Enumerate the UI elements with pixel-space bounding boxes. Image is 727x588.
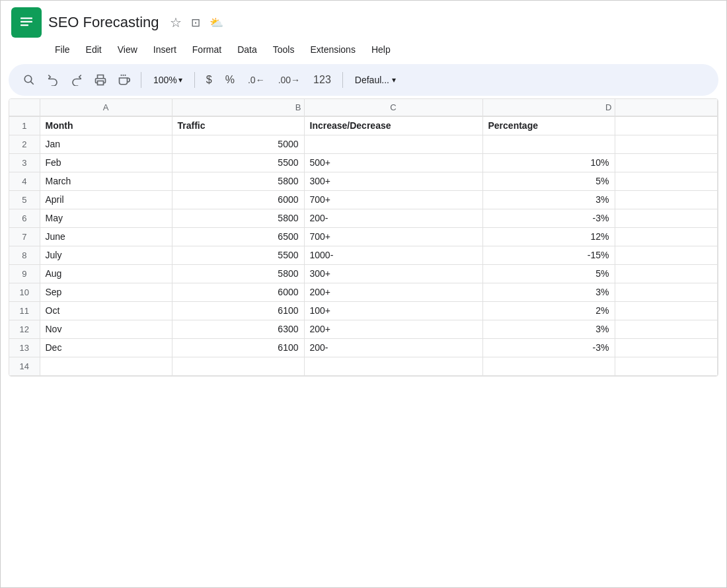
cell-percentage[interactable]: 5% [482, 172, 615, 190]
move-icon[interactable]: ⊡ [191, 16, 200, 30]
cell-month[interactable]: Sep [40, 283, 172, 301]
cell-percentage[interactable]: -15% [482, 246, 615, 264]
cell-extra[interactable] [615, 320, 718, 338]
cell-traffic[interactable]: 6100 [172, 338, 304, 357]
zoom-selector[interactable]: 100% ▾ [148, 72, 188, 88]
cell-change[interactable]: 200+ [304, 283, 482, 301]
cell-change[interactable] [304, 357, 482, 375]
cell-extra[interactable] [615, 246, 718, 264]
cell-extra[interactable] [615, 283, 718, 301]
cell-month[interactable]: July [40, 246, 172, 264]
cell-percentage[interactable]: 10% [482, 153, 615, 172]
cell-change[interactable]: 500+ [304, 153, 482, 172]
menu-tools[interactable]: Tools [266, 42, 301, 57]
menu-data[interactable]: Data [231, 42, 264, 57]
cell-traffic[interactable]: Traffic [172, 116, 304, 135]
font-selector[interactable]: Defaul... ▾ [350, 72, 401, 88]
cell-change[interactable]: 100+ [304, 301, 482, 320]
menu-insert[interactable]: Insert [147, 42, 183, 57]
decrease-decimals-button[interactable]: .0← [243, 72, 270, 88]
cell-month[interactable]: Jan [40, 135, 172, 153]
cell-traffic[interactable] [172, 357, 304, 375]
col-header-d[interactable]: D [482, 99, 615, 116]
currency-button[interactable]: $ [202, 71, 217, 89]
cell-change[interactable]: 300+ [304, 264, 482, 283]
cell-percentage[interactable]: 12% [482, 227, 615, 246]
cell-change[interactable]: 1000- [304, 246, 482, 264]
cell-month[interactable]: May [40, 209, 172, 227]
redo-icon[interactable] [67, 71, 87, 89]
title-action-icons[interactable]: ☆ ⊡ ⛅ [170, 15, 223, 30]
cell-traffic[interactable]: 6500 [172, 227, 304, 246]
cell-extra[interactable] [615, 301, 718, 320]
cell-month[interactable]: June [40, 227, 172, 246]
cell-traffic[interactable]: 6000 [172, 283, 304, 301]
cell-month[interactable]: Dec [40, 338, 172, 357]
menu-format[interactable]: Format [186, 42, 228, 57]
menu-view[interactable]: View [111, 42, 144, 57]
print-icon[interactable] [91, 71, 110, 89]
cell-percentage[interactable]: -3% [482, 209, 615, 227]
cell-percentage[interactable]: 3% [482, 283, 615, 301]
cell-extra[interactable] [615, 172, 718, 190]
paint-format-icon[interactable] [114, 71, 134, 89]
cell-percentage[interactable]: -3% [482, 338, 615, 357]
cell-change[interactable]: 200- [304, 338, 482, 357]
menu-edit[interactable]: Edit [79, 42, 108, 57]
cell-extra[interactable] [615, 190, 718, 209]
cell-traffic[interactable]: 5800 [172, 264, 304, 283]
col-header-a[interactable]: A [40, 99, 172, 116]
search-icon[interactable] [19, 71, 39, 89]
cell-extra[interactable] [615, 227, 718, 246]
cell-percentage[interactable]: Percentage [482, 116, 615, 135]
cell-change[interactable]: 200- [304, 209, 482, 227]
cell-change[interactable] [304, 135, 482, 153]
cell-traffic[interactable]: 6000 [172, 190, 304, 209]
cell-traffic[interactable]: 6100 [172, 301, 304, 320]
cell-percentage[interactable]: 3% [482, 190, 615, 209]
cell-traffic[interactable]: 5000 [172, 135, 304, 153]
cell-month[interactable]: March [40, 172, 172, 190]
cell-extra[interactable] [615, 135, 718, 153]
cell-extra[interactable] [615, 116, 718, 135]
cell-month[interactable]: Oct [40, 301, 172, 320]
menu-help[interactable]: Help [365, 42, 397, 57]
cell-percentage[interactable] [482, 357, 615, 375]
cell-percentage[interactable]: 5% [482, 264, 615, 283]
cell-month[interactable]: Feb [40, 153, 172, 172]
cell-extra[interactable] [615, 338, 718, 357]
cell-change[interactable]: 300+ [304, 172, 482, 190]
undo-icon[interactable] [43, 71, 63, 89]
cell-traffic[interactable]: 5800 [172, 209, 304, 227]
cell-extra[interactable] [615, 209, 718, 227]
menu-extensions[interactable]: Extensions [303, 42, 362, 57]
col-header-b[interactable]: B [172, 99, 304, 116]
col-header-e[interactable] [615, 99, 718, 116]
star-icon[interactable]: ☆ [170, 15, 182, 30]
cell-percentage[interactable]: 2% [482, 301, 615, 320]
percent-button[interactable]: % [221, 71, 239, 89]
menu-file[interactable]: File [48, 42, 77, 57]
cell-traffic[interactable]: 6300 [172, 320, 304, 338]
cell-traffic[interactable]: 5500 [172, 246, 304, 264]
cell-month[interactable] [40, 357, 172, 375]
cell-extra[interactable] [615, 153, 718, 172]
cell-month[interactable]: Month [40, 116, 172, 135]
cell-month[interactable]: April [40, 190, 172, 209]
increase-decimals-button[interactable]: .00→ [274, 72, 305, 88]
cell-change[interactable]: 700+ [304, 190, 482, 209]
cell-change[interactable]: Increase/Decrease [304, 116, 482, 135]
cell-month[interactable]: Aug [40, 264, 172, 283]
cell-change[interactable]: 200+ [304, 320, 482, 338]
cell-percentage[interactable] [482, 135, 615, 153]
cell-traffic[interactable]: 5800 [172, 172, 304, 190]
cell-month[interactable]: Nov [40, 320, 172, 338]
cell-traffic[interactable]: 5500 [172, 153, 304, 172]
col-header-c[interactable]: C [304, 99, 482, 116]
cell-percentage[interactable]: 3% [482, 320, 615, 338]
more-formats-button[interactable]: 123 [309, 71, 336, 89]
cell-extra[interactable] [615, 264, 718, 283]
cell-extra[interactable] [615, 357, 718, 375]
cloud-icon[interactable]: ⛅ [210, 16, 223, 30]
cell-change[interactable]: 700+ [304, 227, 482, 246]
